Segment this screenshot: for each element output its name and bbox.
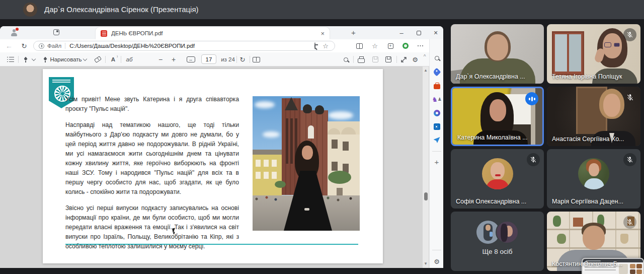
add-text-icon[interactable]: аб <box>123 52 136 66</box>
address-scheme: Файл <box>47 43 61 49</box>
pdf-page: Усім привіт! Мене звуть Катерина і я дру… <box>43 69 383 263</box>
participant-tile[interactable]: Софія Олександрівна ... <box>451 149 544 209</box>
pdf-content-area[interactable]: Усім привіт! Мене звуть Катерина і я дру… <box>0 66 429 268</box>
participant-tile[interactable]: Тетяна Ігорівна Поліщук <box>547 24 640 84</box>
favorites-icon[interactable]: ☆ <box>369 39 381 52</box>
fit-page-icon[interactable]: ↔ <box>185 52 196 66</box>
address-field[interactable]: Файл C:/Users/Даша/Desktop/ДЕНЬ%20ЄВРОПИ… <box>33 41 335 51</box>
zoom-in-icon[interactable]: + <box>169 52 178 66</box>
address-bar: ← ↻ Файл C:/Users/Даша/Desktop/ДЕНЬ%20ЄВ… <box>0 39 443 52</box>
highlighter-icon[interactable] <box>20 52 31 66</box>
plant <box>553 216 561 227</box>
cloud <box>255 101 275 108</box>
scrollbar-thumb[interactable] <box>424 192 428 200</box>
outlook-icon[interactable] <box>430 121 443 132</box>
avatar-face <box>589 163 599 176</box>
print-icon[interactable] <box>355 52 367 66</box>
toolbar-separator <box>250 56 250 63</box>
favorite-star-icon[interactable]: ☆ <box>323 42 329 50</box>
games-chess-icon[interactable]: ♞♟ <box>430 94 443 105</box>
expand-arrows <box>400 56 407 63</box>
cabinet <box>552 31 584 76</box>
sidebar-add-icon[interactable]: + <box>430 156 443 167</box>
tab-close-icon[interactable]: × <box>320 30 325 37</box>
participant-tile-speaking[interactable]: Катерина Миколаївна ... <box>451 87 544 146</box>
collections-icon[interactable]: + <box>384 39 396 52</box>
drop-plane-icon[interactable] <box>430 134 443 146</box>
draw-dropdown-icon[interactable] <box>82 52 89 66</box>
eraser-icon[interactable] <box>92 52 104 66</box>
participant-tile[interactable]: Марія Сергіївна Дацен... <box>547 149 640 209</box>
draw-icon[interactable] <box>40 52 50 66</box>
info-icon[interactable] <box>39 43 44 49</box>
avatar-phone <box>490 232 493 237</box>
save-icon[interactable] <box>369 52 381 66</box>
sidebar-divider <box>432 250 441 250</box>
microsoft365-icon[interactable] <box>430 107 443 118</box>
two-page-view-icon[interactable] <box>251 52 262 66</box>
toolbar-separator <box>353 56 354 63</box>
tab-actions-icon[interactable] <box>53 29 59 35</box>
participant-name: Анастасія Сергіївна Хо... <box>552 135 624 143</box>
face <box>583 226 605 250</box>
search-document-icon[interactable] <box>340 52 351 66</box>
teal-divider <box>65 244 358 245</box>
split-screen-icon[interactable] <box>353 39 365 52</box>
save-as-icon[interactable] <box>382 52 394 66</box>
draw-label[interactable]: Нарисовать <box>50 52 82 66</box>
scroll-up-icon[interactable]: ▴ <box>423 67 429 73</box>
window-restore-button[interactable] <box>411 26 426 39</box>
scroll-down-icon[interactable]: ▾ <box>423 261 429 266</box>
cabinet-glass <box>555 34 567 72</box>
toolbar-separator <box>105 56 106 63</box>
reload-icon[interactable]: ↻ <box>18 39 30 52</box>
avatar-face <box>486 225 491 231</box>
profile-icon[interactable] <box>10 29 18 36</box>
tab-title: ДЕНЬ ЄВРОПИ.pdf <box>111 30 320 36</box>
back-icon[interactable]: ← <box>3 39 15 52</box>
participant-tile[interactable]: Дар`я Олександрівна ... <box>451 24 544 84</box>
overflow-tile[interactable]: Ще 8 осіб <box>451 212 544 271</box>
page-number-input[interactable]: 17 <box>201 54 216 64</box>
browser-essentials-icon[interactable] <box>399 39 412 52</box>
participant-name: Софія Олександрівна ... <box>456 198 526 205</box>
speaking-indicator-icon <box>525 92 538 105</box>
address-divider <box>65 43 65 49</box>
rotate-icon[interactable]: ↻ <box>237 52 248 66</box>
read-aloud-icon[interactable]: A <box>107 52 119 66</box>
toolbar-separator <box>236 56 237 63</box>
participant-tile[interactable]: Анастасія Сергіївна Хо... <box>547 87 640 146</box>
toc-icon[interactable] <box>4 52 17 66</box>
participant-name: Тетяна Ігорівна Поліщук <box>552 73 622 80</box>
miniwindow-tiles <box>630 264 635 268</box>
scrollbar[interactable]: ▴ ▾ <box>423 66 429 268</box>
sidebar-settings-gear-icon[interactable]: ⚙ <box>430 256 443 267</box>
mic-off-icon <box>623 153 636 166</box>
highlighter-dropdown-icon[interactable] <box>30 52 37 66</box>
shopping-tag-icon[interactable] <box>430 66 443 78</box>
window-close-button[interactable]: × <box>428 26 443 39</box>
mic-off-icon <box>623 91 636 104</box>
zoom-out-icon[interactable]: − <box>156 52 165 66</box>
browser-tab[interactable]: ДЕНЬ ЄВРОПИ.pdf × <box>96 27 330 39</box>
overflow-count-label: Ще 8 осіб <box>451 248 544 255</box>
woman-belt <box>304 208 309 211</box>
pdf-settings-gear-icon[interactable]: ⚙ <box>410 52 421 66</box>
avatar-lips <box>495 174 501 176</box>
new-tab-button[interactable]: + <box>351 29 356 36</box>
hide-toolbar-icon[interactable]: ^ <box>421 49 429 63</box>
mic-off-icon <box>623 28 636 41</box>
pdf-toolbar: Нарисовать A аб − + ↔ 17 из 24 ↻ <box>0 52 443 66</box>
avatar <box>496 221 519 244</box>
expand-icon[interactable] <box>398 52 409 66</box>
sidebar-search-icon[interactable] <box>430 52 443 63</box>
zoom-indicator-icon[interactable] <box>314 43 315 49</box>
tools-briefcase-icon[interactable] <box>430 80 443 91</box>
face <box>487 34 508 60</box>
cloud <box>263 131 280 138</box>
pdf-text: Усім привіт! Мене звуть Катерина і я дру… <box>65 95 239 258</box>
window-minimize-button[interactable]: – <box>394 26 409 39</box>
sidebar-divider <box>432 151 441 152</box>
address-url: C:/Users/Даша/Desktop/ДЕНЬ%20ЄВРОПИ.pdf <box>69 43 314 49</box>
browser-tab-strip: ДЕНЬ ЄВРОПИ.pdf × + – × <box>0 26 443 39</box>
